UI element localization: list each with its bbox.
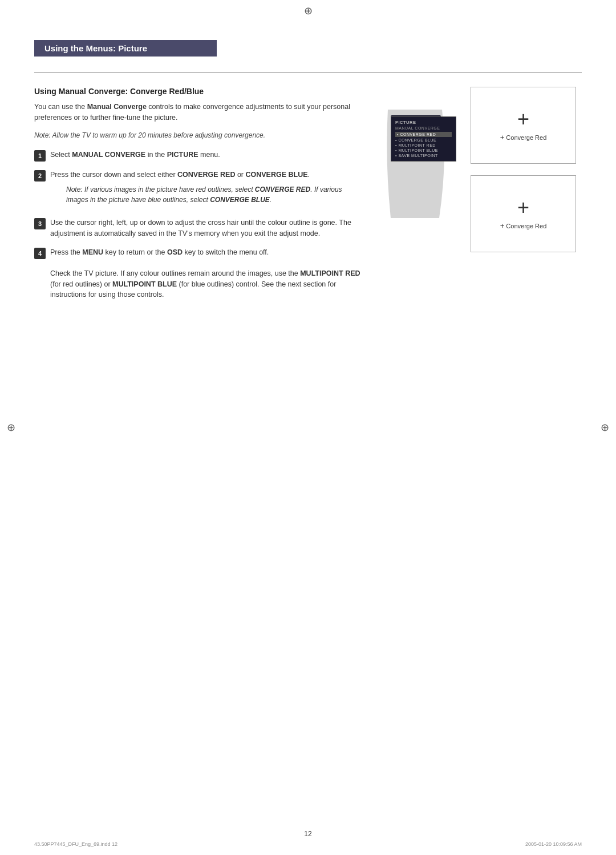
multipoint-red-label: MULTIPOINT RED [300, 269, 360, 277]
subsection-title: Using Manual Converge: Converge Red/Blue [34, 87, 365, 96]
step-1: 1 Select MANUAL CONVERGE in the PICTURE … [34, 150, 365, 162]
menu-item-multipoint-blue: • MULTIPOINT BLUE [395, 148, 452, 153]
content-area: Using Manual Converge: Converge Red/Blue… [34, 87, 582, 300]
page-number: 12 [304, 830, 311, 838]
converge-red-note-label: CONVERGE RED [255, 185, 310, 193]
left-column: Using Manual Converge: Converge Red/Blue… [34, 87, 365, 300]
intro-paragraph: You can use the Manual Converge controls… [34, 102, 365, 123]
crosshair-symbol-bottom: + [517, 197, 529, 218]
page-number-text: 12 [304, 830, 311, 838]
right-crosshair-icon: ⊕ [601, 421, 609, 434]
multipoint-blue-label: MULTIPOINT BLUE [112, 280, 177, 288]
step-4: 4 Press the MENU key to return or the OS… [34, 247, 365, 259]
picture-menu-label: PICTURE [167, 151, 198, 159]
header-divider [34, 72, 582, 73]
footer-left: 43.50PP7445_DFU_Eng_69.indd 12 [34, 841, 117, 847]
footer: 43.50PP7445_DFU_Eng_69.indd 12 2005-01-2… [34, 841, 582, 847]
crosshair-label-top-text: Converge Red [506, 134, 546, 141]
crosshair-plus-top: + [500, 133, 505, 142]
subsection-title-text: Using Manual Converge: Converge Red/Blue [34, 87, 204, 96]
step-4-number: 4 [34, 248, 46, 259]
crosshair-symbol-top: + [517, 109, 529, 130]
menu-key-label: MENU [82, 248, 103, 256]
step-3-content: Use the cursor right, left, up or down t… [50, 217, 365, 239]
step-1-content: Select MANUAL CONVERGE in the PICTURE me… [50, 150, 365, 160]
top-crosshair-icon: ⊕ [304, 5, 313, 17]
crosshair-panel-bottom: + + Converge Red [471, 175, 576, 252]
osd-key-label: OSD [167, 248, 183, 256]
converge-blue-note-label: CONVERGE BLUE [210, 196, 270, 204]
crosshair-panel-top: + + Converge Red [471, 87, 576, 164]
menu-item-converge-red: • CONVERGE RED [395, 132, 452, 137]
section-header: Using the Menus: Picture [34, 40, 217, 57]
converge-red-label: CONVERGE RED [177, 171, 235, 179]
menu-item-save-multipoint: • SAVE MULTIPOINT [395, 153, 452, 158]
crosshair-label-bottom: + Converge Red [500, 221, 547, 230]
illustration-wrapper: PICTURE MANUAL CONVERGE • CONVERGE RED •… [382, 87, 576, 269]
step-4-content: Press the MENU key to return or the OSD … [50, 247, 365, 258]
manual-converge-bold: Manual Converge [87, 103, 147, 111]
manual-converge-label: MANUAL CONVERGE [72, 151, 145, 159]
page-container: ⊕ ⊕ ⊕ Using the Menus: Picture Using Man… [0, 0, 616, 855]
menu-item-multipoint-red: • MULTIPOINT RED [395, 143, 452, 148]
note1: Note: Allow the TV to warm up for 20 min… [34, 130, 365, 140]
converge-blue-label: CONVERGE BLUE [246, 171, 308, 179]
step-2-note: Note: If various images in the picture h… [66, 184, 365, 205]
step-3: 3 Use the cursor right, left, up or down… [34, 217, 365, 239]
final-note: Check the TV picture. If any colour outl… [50, 268, 365, 300]
tv-menu-illustration: PICTURE MANUAL CONVERGE • CONVERGE RED •… [382, 104, 451, 225]
left-crosshair-icon: ⊕ [7, 421, 15, 434]
crosshair-label-top: + Converge Red [500, 133, 547, 142]
step-3-number: 3 [34, 218, 46, 229]
step-2-number: 2 [34, 170, 46, 182]
right-column: PICTURE MANUAL CONVERGE • CONVERGE RED •… [382, 87, 576, 300]
menu-subtitle-text: MANUAL CONVERGE [395, 126, 452, 130]
crosshair-plus-bottom: + [500, 221, 505, 230]
crosshair-label-bottom-text: Converge Red [506, 223, 546, 229]
menu-overlay: PICTURE MANUAL CONVERGE • CONVERGE RED •… [391, 116, 456, 162]
note1-text: Note: Allow the TV to warm up for 20 min… [34, 131, 265, 139]
step-2: 2 Press the cursor down and select eithe… [34, 170, 365, 210]
section-header-text: Using the Menus: Picture [44, 43, 147, 53]
menu-title-text: PICTURE [395, 120, 452, 125]
step-2-content: Press the cursor down and select either … [50, 170, 365, 210]
menu-item-converge-blue: • CONVERGE BLUE [395, 138, 452, 143]
footer-right: 2005-01-20 10:09:56 AM [525, 841, 582, 847]
step-1-number: 1 [34, 150, 46, 162]
